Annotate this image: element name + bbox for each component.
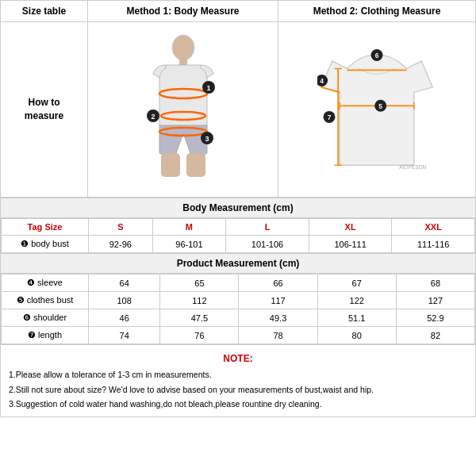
product-measurement-table: ❹ sleeve6465666768❺ clothes bust10811211… [1, 274, 475, 344]
row-value: 112 [160, 292, 239, 309]
note-item: 1.Please allow a tolerance of 1-3 cm in … [9, 367, 467, 382]
svg-text:4: 4 [320, 77, 324, 85]
row-value: 64 [89, 274, 160, 292]
header-row: Size table Method 1: Body Measure Method… [1, 1, 475, 22]
table-row: ❻ shoulder4647.549.351.152.9 [2, 309, 475, 327]
row-label: ❹ sleeve [2, 274, 89, 292]
svg-rect-1 [179, 59, 187, 65]
row-label: ❻ shoulder [2, 309, 89, 327]
row-value: 127 [396, 292, 474, 309]
size-table-header: Size table [1, 1, 88, 21]
row-value: 78 [239, 327, 317, 344]
product-measurement-header: Product Measurement (cm) [1, 253, 475, 274]
row-label: ❶ body bust [2, 236, 89, 253]
method2-illustration: 4 5 6 7 AIOPESON [278, 22, 475, 197]
notes-list: 1.Please allow a tolerance of 1-3 cm in … [9, 367, 467, 412]
method1-header: Method 1: Body Measure [88, 1, 278, 21]
row-value: 92-96 [89, 236, 153, 253]
row-value: 74 [89, 327, 160, 344]
tag-size-row: Tag Size S M L XL XXL [2, 219, 475, 236]
svg-text:AIOPESON: AIOPESON [399, 164, 426, 170]
row-value: 96-101 [152, 236, 226, 253]
table-row: ❼ length7476788082 [2, 327, 475, 344]
row-label: ❺ clothes bust [2, 292, 89, 309]
row-value: 117 [239, 292, 317, 309]
notes-section: NOTE: 1.Please allow a tolerance of 1-3 … [1, 344, 475, 416]
row-value: 106-111 [309, 236, 392, 253]
col-s-header: S [89, 219, 153, 236]
row-label: ❼ length [2, 327, 89, 344]
row-value: 80 [317, 327, 396, 344]
how-to-measure-cell: How to measure [1, 22, 88, 197]
svg-text:6: 6 [375, 52, 379, 60]
main-container: Size table Method 1: Body Measure Method… [0, 0, 476, 417]
note-item: 3.Suggestion of cold water hand washing,… [9, 397, 467, 412]
row-value: 65 [160, 274, 239, 292]
row-value: 51.1 [317, 309, 396, 327]
table-row: ❹ sleeve6465666768 [2, 274, 475, 292]
row-value: 76 [160, 327, 239, 344]
svg-text:1: 1 [206, 84, 210, 92]
row-value: 101-106 [226, 236, 309, 253]
row-value: 49.3 [239, 309, 317, 327]
row-value: 46 [89, 309, 160, 327]
body-measurement-table: Tag Size S M L XL XXL ❶ body bust92-9696… [1, 218, 475, 253]
row-value: 47.5 [160, 309, 239, 327]
row-value: 122 [317, 292, 396, 309]
note-header: NOTE: [9, 350, 467, 367]
row-value: 66 [239, 274, 317, 292]
shirt-figure-svg: 4 5 6 7 AIOPESON [317, 38, 436, 181]
col-xl-header: XL [309, 219, 392, 236]
col-xxl-header: XXL [392, 219, 475, 236]
svg-text:3: 3 [205, 135, 209, 143]
body-figure-svg: 1 2 3 [136, 30, 231, 189]
table-row: ❶ body bust92-9696-101101-106106-111111-… [2, 236, 475, 253]
svg-text:2: 2 [151, 113, 155, 121]
svg-text:5: 5 [378, 102, 382, 110]
svg-text:7: 7 [328, 113, 332, 121]
method2-header: Method 2: Clothing Measure [278, 1, 475, 21]
svg-rect-2 [161, 153, 180, 177]
svg-rect-3 [186, 153, 205, 177]
svg-point-0 [172, 35, 194, 60]
table-row: ❺ clothes bust108112117122127 [2, 292, 475, 309]
row-value: 52.9 [396, 309, 474, 327]
illustration-row: How to measure [1, 22, 475, 198]
method1-illustration: 1 2 3 [88, 22, 278, 197]
row-value: 82 [396, 327, 474, 344]
note-item: 2.Still not sure about size? We'd love t… [9, 382, 467, 397]
row-value: 68 [396, 274, 474, 292]
row-value: 67 [317, 274, 396, 292]
tag-size-label: Tag Size [2, 219, 89, 236]
col-m-header: M [152, 219, 226, 236]
row-value: 108 [89, 292, 160, 309]
col-l-header: L [226, 219, 309, 236]
row-value: 111-116 [392, 236, 475, 253]
body-measurement-header: Body Measurement (cm) [1, 198, 475, 218]
